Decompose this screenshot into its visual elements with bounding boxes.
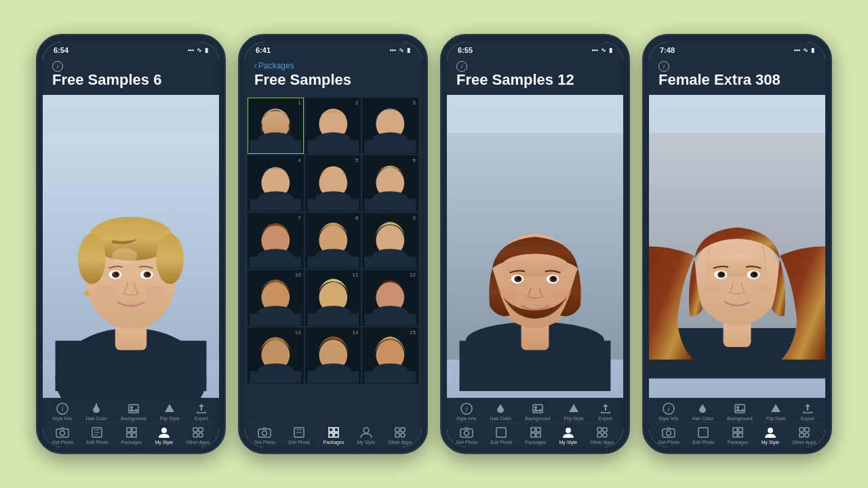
phone-4-other-apps-label: Other Apps [792,440,816,445]
phone-2-my-style-label: My Style [357,440,375,445]
item-img-4 [248,156,303,211]
export-icon-3 [597,402,614,415]
hair-item-2[interactable]: 2 [305,98,361,154]
phone-1-get-photo-btn[interactable]: Get Photo [52,426,74,445]
phone-1-title: Free Samples 6 [52,72,210,88]
background-icon [125,402,142,415]
item-num-15: 15 [410,329,416,336]
phone-4: 7:48 ▪▪▪ ∿ ▮ i Female Extra 308 [642,34,832,454]
phone-1-my-style-btn[interactable]: My Style [155,426,173,445]
phone-3-hair-color-btn[interactable]: Hair Color [490,402,512,421]
hair-item-3[interactable]: 3 [362,98,418,154]
hair-item-7[interactable]: 7 [248,213,304,269]
phone-3-my-style-btn[interactable]: My Style [559,426,577,445]
svg-rect-138 [536,433,540,437]
phone-2-back-nav[interactable]: ‹ Packages [254,61,412,70]
phone-3-bg-btn[interactable]: Background [525,402,550,421]
camera-icon-4 [660,426,677,439]
svg-point-160 [736,406,739,409]
camera-icon-3 [458,426,475,439]
phone-4-get-photo-label: Get Photo [658,440,680,445]
phone-4-my-style-label: My Style [761,440,779,445]
phone-2-my-style-btn[interactable]: My Style [357,426,375,445]
hair-item-10[interactable]: 10 [248,270,304,326]
phone-2-packages-btn[interactable]: Packages [323,426,344,445]
item-num-6: 6 [413,157,416,163]
phone-2-get-photo-btn[interactable]: Get Photo [254,426,276,445]
edit-photo-icon [89,426,105,439]
phone-3-style-info-btn[interactable]: i Style Info [456,402,476,421]
phone-3-export-btn[interactable]: Export [597,402,614,421]
phone-4-packages-btn[interactable]: Packages [728,426,749,445]
item-num-4: 4 [298,157,300,163]
phone-2-other-apps-btn[interactable]: Other Apps [388,426,412,445]
phone-4-info-icon[interactable]: i [658,61,669,72]
svg-point-8 [112,248,137,263]
svg-rect-104 [329,428,333,432]
hair-item-12[interactable]: 12 [362,270,418,326]
phone-4-style-info-btn[interactable]: i Style Info [658,402,678,421]
phone-3-flip-btn[interactable]: Flip Style [564,402,584,421]
svg-rect-171 [805,428,809,432]
hair-item-6[interactable]: 6 [362,155,418,211]
phone-1-style-info-btn[interactable]: i Style Info [52,402,72,421]
phone-1-bg-btn[interactable]: Background [121,402,146,421]
item-num-8: 8 [355,215,358,221]
phone-3-info-icon[interactable]: i [456,61,467,72]
svg-rect-107 [334,433,338,437]
item-num-2: 2 [355,100,358,106]
svg-point-25 [60,431,65,436]
phone-1-info-icon[interactable]: i [52,61,63,72]
hair-item-15[interactable]: 15 [362,327,418,384]
hair-item-1[interactable]: 1 [248,98,304,154]
hair-item-5[interactable]: 5 [305,155,361,211]
phone-1-edit-photo-btn[interactable]: Edit Photo [86,426,108,445]
phone-4-status-icons: ▪▪▪ ∿ ▮ [793,47,814,54]
phone-3-my-style-label: My Style [559,440,577,445]
svg-rect-141 [603,428,607,432]
svg-rect-21 [129,405,138,413]
other-apps-icon-2 [392,426,408,439]
phone-3-packages-btn[interactable]: Packages [526,426,547,445]
back-arrow: ‹ Packages [254,61,412,70]
my-style-icon [156,426,172,439]
phone-4-get-photo-btn[interactable]: Get Photo [658,426,680,445]
phone-3-other-apps-btn[interactable]: Other Apps [590,426,614,445]
hair-item-14[interactable]: 14 [305,327,361,384]
svg-rect-106 [329,433,333,437]
hair-item-4[interactable]: 4 [248,155,304,211]
item-num-3: 3 [413,100,416,106]
phone-4-bg-btn[interactable]: Background [727,402,752,421]
phone-3-edit-photo-label: Edit Photo [490,440,512,445]
phone-4-edit-photo-btn[interactable]: Edit Photo [692,426,714,445]
phone-2-status-bar: 6:41 ▪▪▪ ∿ ▮ [245,42,421,57]
hair-item-13[interactable]: 13 [248,327,304,384]
phone-4-my-style-btn[interactable]: My Style [761,426,779,445]
phone-4-other-apps-btn[interactable]: Other Apps [792,426,816,445]
wifi-icon-2: ∿ [399,47,404,54]
phone-4-flip-btn[interactable]: Flip Style [766,402,786,421]
phone-4-hair-color-btn[interactable]: Hair Color [692,402,714,421]
phone-1-export-btn[interactable]: Export [193,402,210,421]
phone-2-edit-photo-btn[interactable]: Edit Photo [288,426,310,445]
hair-item-8[interactable]: 8 [305,213,361,269]
phone-1-hair-color-btn[interactable]: Hair Color [86,402,108,421]
item-img-9 [363,214,418,268]
phone-3-get-photo-btn[interactable]: Get Photo [456,426,478,445]
phone-3-edit-photo-btn[interactable]: Edit Photo [490,426,512,445]
svg-point-155 [703,284,721,294]
item-num-14: 14 [352,329,358,336]
phone-1-other-apps-btn[interactable]: Other Apps [186,426,210,445]
hair-item-9[interactable]: 9 [362,213,418,269]
hair-item-11[interactable]: 11 [305,270,361,326]
phone-3-status-icons: ▪▪▪ ∿ ▮ [591,47,612,54]
phone-1-flip-btn[interactable]: Flip Style [160,402,180,421]
phone-1-status-bar: 6:54 ▪▪▪ ∿ ▮ [43,42,219,57]
svg-point-74 [372,249,408,264]
phone-1-packages-btn[interactable]: Packages [121,426,142,445]
phone-4-export-btn[interactable]: Export [800,402,816,421]
svg-rect-134 [496,428,506,437]
phone-2-time: 6:41 [256,46,271,54]
flip-style-icon [161,402,178,415]
svg-point-156 [753,284,771,294]
